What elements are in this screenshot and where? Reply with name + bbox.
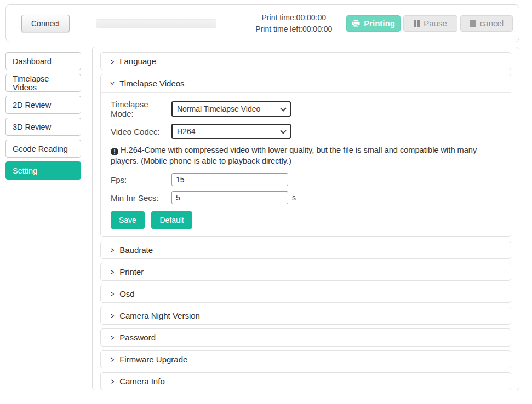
codec-info-text: !H.264-Come with compressed video with l…	[111, 145, 501, 166]
chevron-right-icon: >	[111, 57, 115, 65]
min-inr-secs-input[interactable]	[171, 191, 288, 204]
print-progress-bar	[96, 19, 216, 28]
accordion-section-password[interactable]: > Password	[100, 328, 511, 347]
chevron-right-icon: >	[111, 377, 115, 385]
pause-button[interactable]: Pause	[403, 15, 457, 32]
codec-info-body: H.264-Come with compressed video with lo…	[111, 146, 477, 165]
connect-button[interactable]: Connect	[21, 15, 70, 32]
sidebar-item-setting[interactable]: Setting	[5, 161, 81, 180]
print-time-block: Print time:00:00:00 Print time left:00:0…	[242, 12, 346, 35]
cancel-button-label: cancel	[480, 19, 504, 28]
print-action-buttons: Printing Pause cancel	[346, 15, 513, 32]
accordion-section-camera-info[interactable]: > Camera Info	[100, 372, 511, 390]
sidebar-item-dashboard[interactable]: Dashboard	[5, 52, 81, 70]
section-label: Osd	[119, 289, 135, 298]
print-time-left-text: Print time left:00:00:00	[242, 24, 346, 35]
chevron-right-icon: >	[111, 268, 115, 276]
accordion-header-timelapse-videos[interactable]: > Timelapse Videos	[101, 74, 511, 93]
chevron-right-icon: >	[111, 333, 115, 342]
printing-button-label: Printing	[364, 19, 395, 28]
accordion-section-language[interactable]: > Language	[100, 52, 511, 70]
accordion-section-camera-night-version[interactable]: > Camera Night Version	[100, 307, 511, 325]
video-codec-select-wrap: H264	[171, 124, 291, 139]
timelapse-settings-form: Timelapse Mode: Normal Timelapse Video V…	[101, 93, 511, 236]
chevron-right-icon: >	[111, 355, 115, 363]
seconds-unit-label: s	[292, 193, 296, 202]
video-codec-label: Video Codec:	[111, 127, 171, 136]
sidebar-item-gcode-reading[interactable]: Gcode Reading	[5, 140, 81, 158]
section-label: Camera Info	[119, 377, 165, 386]
section-label: Password	[119, 333, 156, 342]
video-codec-select[interactable]: H264	[171, 124, 291, 139]
print-time-text: Print time:00:00:00	[242, 12, 346, 24]
timelapse-mode-select[interactable]: Normal Timelapse Video	[171, 101, 291, 117]
top-status-bar: Connect Print time:00:00:00 Print time l…	[5, 4, 519, 42]
section-label: Baudrate	[119, 245, 153, 255]
timelapse-mode-label: Timelapse Mode:	[111, 100, 171, 118]
accordion-section-firmware-upgrade[interactable]: > Firmware Upgrade	[100, 350, 511, 368]
default-button[interactable]: Default	[151, 211, 192, 229]
pause-button-label: Pause	[424, 19, 447, 28]
chevron-right-icon: >	[111, 246, 115, 254]
printer-icon	[352, 19, 360, 27]
printing-button[interactable]: Printing	[346, 15, 401, 32]
accordion-section-timelapse-videos-expanded: > Timelapse Videos Timelapse Mode: Norma…	[100, 74, 511, 237]
settings-panel: > Language > Timelapse Videos Timelapse …	[92, 47, 519, 390]
min-inr-secs-label: Min Inr Secs:	[111, 193, 171, 203]
timelapse-mode-select-wrap: Normal Timelapse Video	[171, 101, 291, 117]
section-label: Firmware Upgrade	[119, 355, 187, 364]
fps-label: Fps:	[111, 175, 171, 184]
accordion-section-osd[interactable]: > Osd	[100, 285, 511, 303]
section-label: Language	[119, 56, 156, 66]
section-label: Camera Night Version	[119, 311, 200, 320]
sidebar-nav: Dashboard Timelapse Videos 2D Review 3D …	[5, 52, 81, 183]
section-label: Printer	[119, 267, 144, 276]
section-label: Timelapse Videos	[119, 79, 184, 88]
fps-input[interactable]	[171, 173, 288, 186]
sidebar-item-2d-review[interactable]: 2D Review	[5, 96, 81, 114]
cancel-button[interactable]: cancel	[460, 15, 513, 32]
sidebar-item-timelapse-videos[interactable]: Timelapse Videos	[5, 74, 81, 92]
accordion-section-baudrate[interactable]: > Baudrate	[100, 241, 511, 259]
sidebar-item-3d-review[interactable]: 3D Review	[5, 118, 81, 136]
save-button[interactable]: Save	[111, 211, 145, 229]
pause-icon	[414, 20, 420, 27]
chevron-right-icon: >	[111, 290, 115, 298]
chevron-down-icon: >	[108, 82, 116, 85]
accordion-section-printer[interactable]: > Printer	[100, 263, 511, 281]
chevron-right-icon: >	[111, 311, 115, 320]
info-icon: !	[111, 148, 118, 155]
stop-icon	[470, 20, 476, 27]
